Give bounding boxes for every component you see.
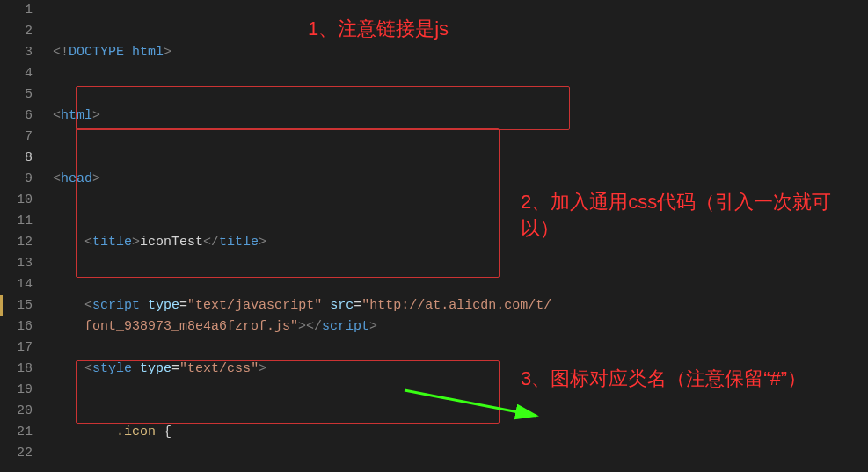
code-line: <!DOCTYPE html> — [53, 42, 868, 63]
code-line: <html> — [53, 105, 868, 127]
line-number: 12 — [0, 232, 33, 253]
line-number: 16 — [0, 316, 33, 338]
line-number: 17 — [0, 338, 33, 359]
line-number: 8 — [0, 148, 33, 169]
line-number: 4 — [0, 63, 33, 84]
line-number: 18 — [0, 359, 33, 380]
line-number: 1 — [0, 0, 33, 21]
code-line: <head> — [53, 169, 868, 190]
line-number: 19 — [0, 380, 33, 401]
line-number: 7 — [0, 127, 33, 148]
line-number: 9 — [0, 169, 33, 190]
line-number: 21 — [0, 422, 33, 443]
line-number: 13 — [0, 253, 33, 274]
code-line: <style type="text/css"> — [53, 359, 868, 380]
line-number: 3 — [0, 42, 33, 63]
line-number: 11 — [0, 211, 33, 232]
line-number: 6 — [0, 105, 33, 127]
edit-marker — [0, 295, 3, 316]
code-line: <script type="text/javascript" src="http… — [53, 295, 868, 316]
code-line: .icon { — [53, 422, 868, 443]
line-number: 10 — [0, 190, 33, 211]
line-number: 5 — [0, 84, 33, 105]
code-line: <title>iconTest</title> — [53, 232, 868, 253]
line-number: 22 — [0, 443, 33, 464]
code-area[interactable]: <!DOCTYPE html> <html> <head> <title>ico… — [53, 0, 868, 472]
line-number: 20 — [0, 401, 33, 422]
line-number: 15 — [0, 295, 33, 316]
line-number: 2 — [0, 21, 33, 42]
line-number-gutter: 1 2 3 4 5 6 7 8 9 10 11 12 13 14 15 16 1… — [0, 0, 40, 472]
line-number: 14 — [0, 274, 33, 295]
